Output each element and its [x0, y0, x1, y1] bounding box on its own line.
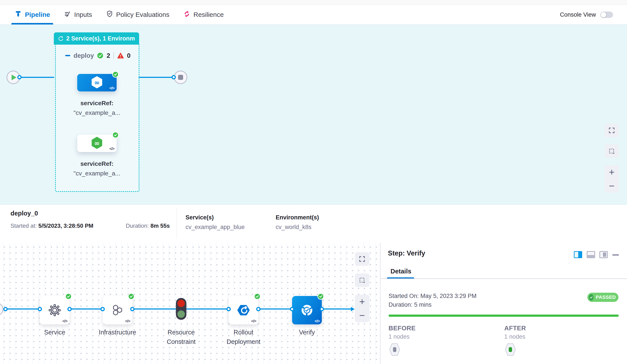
services-value: cv_example_app_blue	[186, 224, 245, 231]
connector-line-end	[139, 77, 173, 78]
inputs-icon	[64, 10, 71, 19]
traffic-light-green	[177, 311, 185, 318]
pipeline-stage-canvas[interactable]: 2 Service(s), 1 Environme... deploy 2 0 …	[0, 24, 627, 205]
panel-collapse-button[interactable]	[612, 254, 619, 256]
stage-summary-row: deploy 2 0	[65, 51, 131, 60]
stage-info-bar: deploy_0 Started at: 5/5/2023, 3:28:50 P…	[0, 205, 627, 243]
svg-text:∞: ∞	[94, 79, 100, 86]
verification-progress-bar	[389, 314, 619, 317]
pipeline-execution-page: Pipeline Inputs Policy Evaluations Resil…	[0, 0, 627, 364]
stage-run-name: deploy_0	[10, 210, 38, 217]
zoom-controls: + −	[604, 165, 619, 193]
console-view-toggle[interactable]	[600, 12, 613, 18]
started-at: Started at: 5/5/2023, 3:28:50 PM	[10, 222, 93, 229]
connector-arrowhead	[351, 307, 355, 311]
service-node-1[interactable]: ∞ </>	[77, 74, 117, 92]
success-badge-icon	[317, 293, 324, 300]
connector-line-start	[19, 77, 54, 78]
warning-triangle-icon	[117, 52, 124, 59]
shield-check-icon	[106, 10, 113, 19]
tabbar-right-controls: Console View	[560, 11, 627, 18]
pipeline-end-node[interactable]	[174, 71, 187, 84]
success-check-icon	[97, 52, 103, 59]
step-node-rollout-deployment[interactable]: </>	[229, 296, 258, 324]
status-badge: PASSED	[587, 293, 619, 302]
service-node-2-label: serviceRef: "cv_example_a...	[66, 160, 128, 177]
connector-point	[290, 307, 294, 311]
step-node-verify[interactable]: </>	[292, 296, 322, 324]
tab-pipeline[interactable]: Pipeline	[13, 5, 52, 24]
group-header-label: 2 Service(s), 1 Environme...	[66, 35, 135, 42]
step-panel-title: Step: Verify	[388, 249, 425, 257]
panel-layout-floating-icon[interactable]	[599, 251, 608, 258]
zoom-in-button[interactable]: +	[355, 295, 369, 309]
connector-point	[171, 75, 176, 79]
step-label-rollout-deployment: Rollout Deployment	[220, 328, 266, 347]
infrastructure-hexagons-icon	[111, 304, 124, 316]
steps-start-node[interactable]	[0, 303, 3, 316]
connector-point	[101, 307, 105, 311]
connector-point	[320, 307, 324, 311]
marquee-select-icon	[608, 148, 615, 155]
step-execution-canvas[interactable]: </> Service </> Infrastructure	[0, 243, 380, 364]
before-node-hexagon[interactable]	[389, 343, 400, 356]
loop-icon	[58, 35, 64, 42]
active-tab-underline	[11, 23, 53, 24]
fullscreen-button[interactable]	[604, 124, 619, 137]
tab-policy-evaluations[interactable]: Policy Evaluations	[104, 5, 171, 24]
step-label-verify: Verify	[284, 328, 330, 337]
window-top-strip	[0, 0, 627, 5]
rollout-deployment-icon	[237, 304, 250, 316]
after-header: AFTER	[504, 325, 526, 332]
execution-tabbar: Pipeline Inputs Policy Evaluations Resil…	[0, 5, 627, 24]
layout-fill	[603, 253, 606, 257]
tab-resilience[interactable]: Resilience	[182, 5, 225, 24]
panel-layout-bottom-icon[interactable]	[587, 251, 595, 258]
stop-icon	[178, 75, 183, 80]
multi-service-group-header[interactable]: 2 Service(s), 1 Environme...	[54, 32, 139, 45]
collapse-stage-button[interactable]	[65, 55, 70, 56]
service-node-1-label: serviceRef: "cv_example_a...	[66, 100, 128, 116]
traffic-light-red	[177, 300, 185, 307]
step-node-service[interactable]: </>	[40, 296, 70, 324]
marquee-select-button[interactable]	[604, 144, 619, 158]
panel-layout-right-icon[interactable]	[574, 251, 582, 258]
tab-inputs[interactable]: Inputs	[62, 5, 94, 24]
zoom-out-button[interactable]: −	[355, 309, 369, 322]
connector-point	[226, 307, 231, 311]
stage-name: deploy	[73, 52, 94, 59]
code-icon: </>	[109, 147, 114, 151]
tab-pipeline-label: Pipeline	[25, 11, 50, 18]
duration-value: 8m 55s	[151, 222, 170, 229]
service-node-2[interactable]: ∞ </>	[77, 135, 117, 152]
step-node-resource-constraint[interactable]	[176, 298, 186, 320]
code-icon: </>	[251, 319, 256, 323]
step-label-infrastructure: Infrastructure	[95, 328, 140, 337]
divider	[113, 52, 114, 59]
resilience-icon	[183, 10, 190, 19]
code-icon: </>	[109, 86, 114, 91]
connector-point	[17, 75, 22, 79]
success-badge-icon	[112, 132, 119, 138]
zoom-out-button[interactable]: −	[604, 179, 619, 193]
zoom-in-button[interactable]: +	[604, 165, 619, 179]
step-label-service: Service	[32, 328, 78, 337]
layout-fill	[588, 255, 594, 257]
svg-text:∞: ∞	[94, 139, 100, 147]
marquee-select-icon	[359, 277, 365, 283]
step-started-on: Started On: May 5, 2023 3:29 PM	[389, 293, 476, 300]
zoom-controls: + −	[355, 295, 369, 322]
connector-point	[3, 307, 8, 311]
step-duration: Duration: 5 mins	[389, 302, 432, 308]
marquee-select-button[interactable]	[355, 273, 369, 287]
environments-header: Environment(s)	[276, 214, 319, 221]
check-icon	[589, 294, 593, 301]
fullscreen-button[interactable]	[355, 252, 369, 266]
after-node-hexagon[interactable]	[505, 343, 516, 356]
step-node-infrastructure[interactable]: </>	[103, 296, 132, 324]
verify-icon	[300, 303, 314, 317]
environments-value: cv_world_k8s	[276, 224, 312, 231]
code-icon: </>	[314, 319, 320, 323]
tab-details[interactable]: Details	[391, 268, 411, 275]
connector-point	[38, 307, 42, 311]
